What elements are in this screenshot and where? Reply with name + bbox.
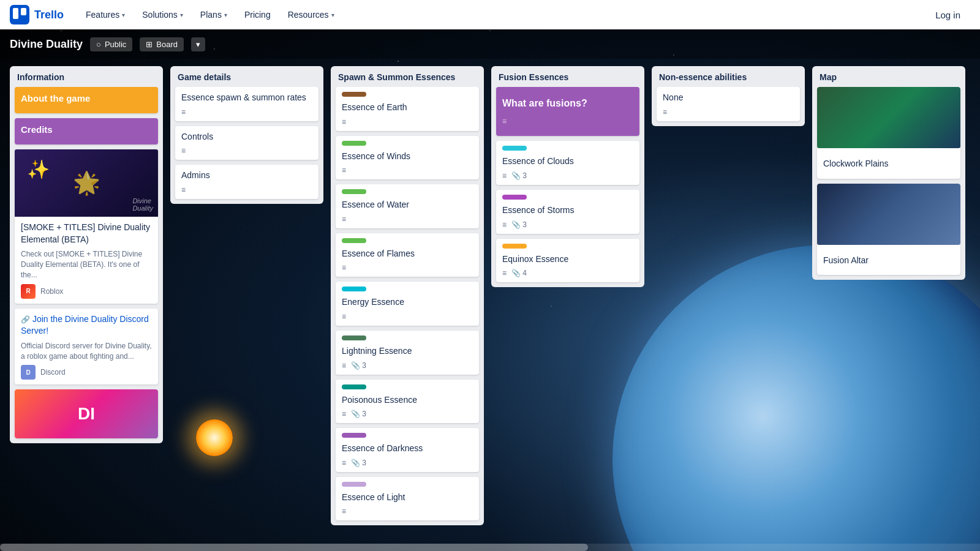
- column-information-cards: About the game Credits 🌟 DivineDuality […: [10, 87, 163, 443]
- card-essence-storms[interactable]: Essence of Storms ≡ 📎 3: [496, 190, 639, 234]
- desc-icon: ≡: [342, 263, 346, 272]
- card-energy-essence[interactable]: Energy Essence ≡: [336, 282, 479, 326]
- admins-title: Admins: [181, 170, 312, 182]
- essence-darkness-title: Essence of Darkness: [342, 443, 473, 455]
- column-map-header: Map: [812, 66, 965, 87]
- card-essence-clouds[interactable]: Essence of Clouds ≡ 📎 3: [496, 141, 639, 185]
- storms-label: [502, 195, 527, 200]
- game-overlay-text: DivineDuality: [132, 197, 153, 212]
- card-essence-light[interactable]: Essence of Light ≡: [336, 477, 479, 521]
- resources-chevron-icon: ▾: [331, 12, 334, 18]
- attach-icon: 📎 3: [351, 410, 366, 418]
- desc-icon: ≡: [663, 108, 667, 116]
- clockwork-plains-image: [817, 87, 960, 148]
- clockwork-plains-title: Clockwork Plains: [823, 158, 954, 170]
- attach-icon: 📎 3: [351, 361, 366, 370]
- about-game-title: About the game: [21, 92, 152, 105]
- column-fusion-essences: Fusion Essences What are fusions? ≡ Esse…: [491, 66, 644, 287]
- clouds-label: [502, 146, 527, 151]
- essence-spawn-footer: ≡: [181, 108, 312, 116]
- column-fusion-header: Fusion Essences: [491, 66, 644, 87]
- card-none[interactable]: None ≡: [657, 87, 800, 121]
- equinox-footer: ≡ 📎 4: [502, 269, 633, 277]
- card-essence-darkness[interactable]: Essence of Darkness ≡ 📎 3: [336, 428, 479, 472]
- essence-water-title: Essence of Water: [342, 199, 473, 211]
- column-spawn-summon-header: Spawn & Summon Essences: [331, 66, 484, 87]
- scrollbar-thumb[interactable]: [0, 544, 588, 551]
- essence-flames-title: Essence of Flames: [342, 248, 473, 260]
- board-title: Divine Duality: [10, 38, 83, 51]
- card-essence-water[interactable]: Essence of Water ≡: [336, 184, 479, 228]
- card-admins[interactable]: Admins ≡: [175, 165, 318, 199]
- essence-clouds-title: Essence of Clouds: [502, 156, 633, 168]
- desc-icon: ≡: [181, 146, 186, 155]
- desc-icon: ≡: [502, 171, 507, 180]
- card-essence-spawn[interactable]: Essence spawn & summon rates ≡: [175, 87, 318, 121]
- desc-icon: ≡: [342, 361, 346, 370]
- card-about-game[interactable]: About the game: [15, 87, 158, 113]
- card-fusion-altar[interactable]: Fusion Altar: [817, 184, 960, 276]
- controls-footer: ≡: [181, 146, 312, 155]
- svg-rect-1: [13, 8, 18, 19]
- column-spawn-summon: Spawn & Summon Essences Essence of Earth…: [331, 66, 484, 525]
- card-controls[interactable]: Controls ≡: [175, 126, 318, 160]
- column-spawn-summon-cards: Essence of Earth ≡ Essence of Winds ≡ Es…: [331, 87, 484, 525]
- card-essence-winds[interactable]: Essence of Winds ≡: [336, 136, 479, 180]
- card-di-preview[interactable]: DI: [15, 389, 158, 438]
- desc-icon: ≡: [342, 215, 346, 223]
- energy-essence-title: Energy Essence: [342, 296, 473, 309]
- card-essence-earth[interactable]: Essence of Earth ≡: [336, 87, 479, 131]
- plans-chevron-icon: ▾: [224, 12, 227, 18]
- lightning-essence-title: Lightning Essence: [342, 345, 473, 358]
- di-card-letters: DI: [78, 404, 95, 424]
- column-information-header: Information: [10, 66, 163, 87]
- login-button[interactable]: Log in: [925, 5, 970, 25]
- desc-icon: ≡: [342, 118, 346, 126]
- nav-plans[interactable]: Plans ▾: [193, 6, 235, 23]
- controls-title: Controls: [181, 131, 312, 143]
- card-poisonous-essence[interactable]: Poisonous Essence ≡ 📎 3: [336, 380, 479, 424]
- desc-icon: ≡: [342, 312, 346, 321]
- column-information: Information About the game Credits 🌟 Div…: [10, 66, 163, 443]
- nav-solutions[interactable]: Solutions ▾: [135, 6, 190, 23]
- column-game-details-header: Game details: [170, 66, 323, 87]
- desc-icon: ≡: [502, 117, 507, 126]
- svg-rect-2: [21, 8, 26, 15]
- card-lightning-essence[interactable]: Lightning Essence ≡ 📎 3: [336, 331, 479, 375]
- smoke-titles-title: [SMOKE + TITLES] Divine Duality Elementa…: [21, 222, 152, 246]
- nav-resources[interactable]: Resources ▾: [281, 6, 342, 23]
- visibility-button[interactable]: ○ Public: [90, 37, 132, 51]
- nav-features[interactable]: Features ▾: [78, 6, 132, 23]
- lightning-footer: ≡ 📎 3: [342, 361, 473, 370]
- nav-pricing[interactable]: Pricing: [237, 6, 278, 23]
- attach-icon: 📎 4: [511, 269, 527, 277]
- storms-footer: ≡ 📎 3: [502, 220, 633, 229]
- attach-icon: 📎 3: [511, 220, 527, 229]
- nav-links: Features ▾ Solutions ▾ Plans ▾ Pricing R…: [78, 6, 911, 23]
- card-credits[interactable]: Credits: [15, 118, 158, 144]
- light-label: [342, 482, 366, 487]
- clouds-footer: ≡ 📎 3: [502, 171, 633, 180]
- fusion-altar-title: Fusion Altar: [823, 255, 954, 267]
- essence-light-title: Essence of Light: [342, 492, 473, 504]
- board-view-button[interactable]: ⊞ Board: [140, 37, 184, 51]
- none-title: None: [663, 92, 794, 104]
- card-what-fusions[interactable]: What are fusions? ≡: [496, 87, 639, 136]
- desc-icon: ≡: [181, 186, 186, 194]
- poisonous-label: [342, 384, 366, 389]
- card-essence-flames[interactable]: Essence of Flames ≡: [336, 233, 479, 277]
- card-clockwork-plains[interactable]: Clockwork Plains: [817, 87, 960, 179]
- earth-label: [342, 92, 366, 97]
- column-map-cards: Clockwork Plains Fusion Altar: [812, 87, 965, 280]
- card-smoke-titles[interactable]: 🌟 DivineDuality [SMOKE + TITLES] Divine …: [15, 149, 158, 304]
- smoke-titles-desc: Check out [SMOKE + TITLES] Divine Dualit…: [21, 249, 152, 280]
- board-header: Divine Duality ○ Public ⊞ Board ▾: [0, 29, 980, 59]
- roblox-label: Roblox: [40, 287, 63, 296]
- board-more-button[interactable]: ▾: [191, 37, 205, 51]
- card-equinox-essence[interactable]: Equinox Essence ≡ 📎 4: [496, 239, 639, 283]
- card-discord[interactable]: 🔗 Join the Divine Duality Discord Server…: [15, 309, 158, 385]
- horizontal-scrollbar[interactable]: [0, 544, 980, 551]
- logo-text: Trello: [34, 9, 64, 21]
- discord-title: 🔗 Join the Divine Duality Discord Server…: [21, 313, 152, 337]
- trello-logo[interactable]: Trello: [10, 5, 64, 24]
